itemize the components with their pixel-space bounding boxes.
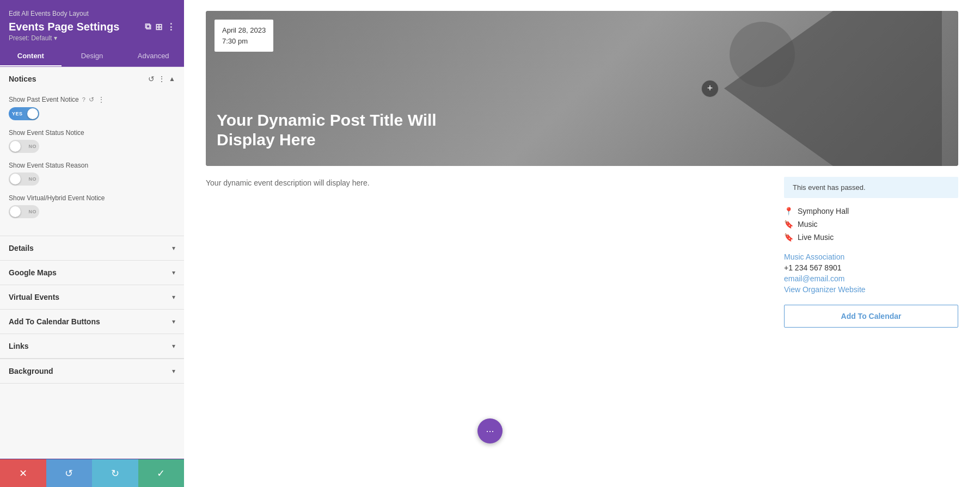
field-label-event-reason: Show Event Status Reason [9, 162, 175, 169]
undo-button[interactable]: ↺ [46, 459, 93, 487]
section-add-to-calendar: Add To Calendar Buttons ▾ [0, 310, 184, 334]
event-date: April 28, 2023 [222, 25, 266, 36]
background-section-header[interactable]: Background ▾ [0, 359, 184, 383]
preset-label[interactable]: Preset: Default ▾ [9, 34, 175, 46]
virtual-events-chevron-icon: ▾ [172, 293, 175, 301]
notices-section-header-left: Notices [9, 75, 36, 83]
organizer-email-link[interactable]: email@email.com [784, 274, 958, 283]
toggle-knob-virtual-hybrid [10, 206, 21, 217]
field-show-past-event-notice: Show Past Event Notice ? ↺ ⋮ YES [9, 95, 175, 120]
redo-button[interactable]: ↻ [92, 459, 138, 487]
category1-icon: 🔖 [784, 220, 793, 229]
columns-icon[interactable]: ⊞ [155, 22, 162, 32]
google-maps-section-title: Google Maps [9, 268, 57, 277]
tab-design[interactable]: Design [62, 46, 123, 66]
notices-body: Show Past Event Notice ? ↺ ⋮ YES [0, 91, 184, 236]
toggle-off-label-event-status: NO [29, 144, 37, 149]
category2-icon: 🔖 [784, 233, 793, 242]
toggle-container-virtual-hybrid: NO [9, 205, 175, 218]
save-button[interactable]: ✓ [138, 459, 185, 487]
sidebar: Edit All Events Body Layout Events Page … [0, 0, 184, 487]
organizer-name-link[interactable]: Music Association [784, 252, 958, 261]
preview-wrapper: April 28, 2023 7:30 pm Your Dynamic Post… [184, 0, 980, 338]
category2-name: Live Music [798, 233, 834, 242]
toggle-on-label-past-event: YES [12, 111, 23, 116]
field-label-past-event: Show Past Event Notice ? ↺ ⋮ [9, 95, 175, 104]
edit-all-label: Edit All Events Body Layout [9, 5, 175, 20]
help-icon-past-event[interactable]: ? [82, 96, 85, 103]
cancel-icon: ✕ [19, 467, 27, 479]
redo-icon: ↻ [111, 467, 119, 479]
organizer-section: Music Association +1 234 567 8901 email@… [784, 252, 958, 294]
meta-category1: 🔖 Music [784, 220, 958, 229]
notices-section-icons: ↺ ⋮ ▲ [148, 75, 175, 83]
tab-advanced[interactable]: Advanced [122, 46, 184, 66]
sidebar-bottom-bar: ✕ ↺ ↻ ✓ [0, 459, 184, 487]
details-section-header[interactable]: Details ▾ [0, 236, 184, 260]
google-maps-section-header[interactable]: Google Maps ▾ [0, 261, 184, 285]
notices-chevron-up-icon[interactable]: ▲ [169, 75, 175, 83]
sidebar-header: Edit All Events Body Layout Events Page … [0, 0, 184, 46]
location-icon: 📍 [784, 207, 793, 215]
section-background: Background ▾ [0, 359, 184, 384]
field-show-event-status-reason: Show Event Status Reason NO [9, 162, 175, 186]
toggle-off-label-virtual-hybrid: NO [29, 209, 37, 214]
dots-icon: ··· [486, 426, 494, 437]
tab-content[interactable]: Content [0, 46, 62, 66]
section-details: Details ▾ [0, 236, 184, 261]
add-to-calendar-chevron-icon: ▾ [172, 318, 175, 325]
field-show-event-status-notice: Show Event Status Notice NO [9, 129, 175, 153]
toggle-event-reason[interactable]: NO [9, 172, 39, 186]
add-to-calendar-section-header[interactable]: Add To Calendar Buttons ▾ [0, 310, 184, 334]
undo-icon: ↺ [65, 467, 73, 479]
toggle-container-event-status: NO [9, 140, 175, 153]
field-label-text-event-status: Show Event Status Notice [9, 129, 84, 137]
more-options-icon[interactable]: ⋮ [167, 22, 175, 32]
section-virtual-events: Virtual Events ▾ [0, 285, 184, 310]
notices-reset-icon[interactable]: ↺ [148, 75, 155, 83]
event-info-sidebar: This event has passed. 📍 Symphony Hall 🔖… [784, 177, 958, 328]
field-label-text-past-event: Show Past Event Notice [9, 96, 79, 103]
links-section-title: Links [9, 342, 29, 350]
notices-section-header[interactable]: Notices ↺ ⋮ ▲ [0, 67, 184, 91]
background-chevron-icon: ▾ [172, 367, 175, 375]
field-label-text-virtual-hybrid: Show Virtual/Hybrid Event Notice [9, 194, 105, 202]
event-meta: 📍 Symphony Hall 🔖 Music 🔖 Live Music [784, 207, 958, 242]
save-icon: ✓ [157, 467, 165, 479]
settings-title-text: Events Page Settings [9, 21, 119, 33]
toggle-container-past-event: YES [9, 107, 175, 120]
links-section-header[interactable]: Links ▾ [0, 334, 184, 358]
past-event-notice: This event has passed. [784, 177, 958, 198]
section-google-maps: Google Maps ▾ [0, 261, 184, 285]
notices-more-icon[interactable]: ⋮ [158, 75, 166, 83]
toggle-past-event[interactable]: YES [9, 107, 39, 120]
organizer-website-link[interactable]: View Organizer Website [784, 285, 958, 294]
event-body: Your dynamic event description will disp… [206, 177, 958, 328]
details-chevron-icon: ▾ [172, 244, 175, 252]
cancel-button[interactable]: ✕ [0, 459, 46, 487]
toggle-knob-event-reason [10, 174, 21, 184]
google-maps-chevron-icon: ▾ [172, 269, 175, 276]
settings-title-icons: ⧉ ⊞ ⋮ [145, 22, 175, 32]
background-section-title: Background [9, 367, 53, 375]
organizer-phone: +1 234 567 8901 [784, 263, 958, 272]
toggle-virtual-hybrid[interactable]: NO [9, 205, 39, 218]
field-show-virtual-hybrid-notice: Show Virtual/Hybrid Event Notice NO [9, 194, 175, 218]
add-to-calendar-button[interactable]: Add To Calendar [784, 305, 958, 328]
event-time: 7:30 pm [222, 36, 266, 47]
add-content-button[interactable]: + [701, 80, 719, 97]
floating-dots-button[interactable]: ··· [477, 418, 503, 443]
more-icon-past-event[interactable]: ⋮ [97, 95, 105, 104]
notices-section-title: Notices [9, 75, 36, 83]
event-description: Your dynamic event description will disp… [206, 177, 768, 189]
toggle-event-status[interactable]: NO [9, 140, 39, 153]
toggle-off-label-event-reason: NO [29, 176, 37, 182]
virtual-events-section-title: Virtual Events [9, 293, 59, 301]
section-links: Links ▾ [0, 334, 184, 359]
toggle-knob-past-event [27, 108, 38, 119]
reset-icon-past-event[interactable]: ↺ [89, 96, 94, 103]
duplicate-icon[interactable]: ⧉ [145, 22, 151, 32]
field-label-text-event-reason: Show Event Status Reason [9, 162, 88, 169]
sidebar-content: Notices ↺ ⋮ ▲ Show Past Event Notice ? ↺… [0, 67, 184, 459]
virtual-events-section-header[interactable]: Virtual Events ▾ [0, 285, 184, 309]
